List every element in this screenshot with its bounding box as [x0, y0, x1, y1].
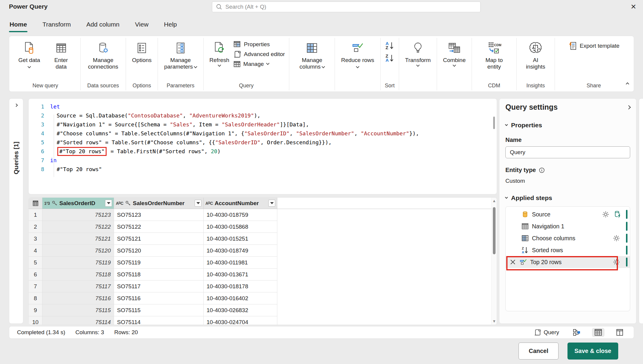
grid-cell[interactable]: 10-4030-015868 [204, 221, 277, 233]
row-number[interactable]: 7 [29, 281, 42, 292]
properties-button[interactable]: Properties [233, 41, 285, 48]
grid-cell[interactable]: 10-4030-024704 [204, 316, 277, 325]
manage-parameters-button[interactable]: Manage parameters [162, 38, 199, 70]
reduce-rows-button[interactable]: Reduce rows [339, 38, 376, 70]
grid-cell[interactable]: 75122 [42, 221, 114, 233]
ai-insights-button[interactable]: AI insights [521, 38, 550, 70]
applied-step-navigation-1[interactable]: Navigation 1 [506, 220, 630, 232]
applied-step-choose-columns[interactable]: Choose columns [506, 232, 630, 244]
grid-cell[interactable]: 10-4030-016402 [204, 292, 277, 304]
close-icon[interactable]: × [628, 1, 639, 12]
row-number[interactable]: 6 [29, 269, 42, 281]
options-button[interactable]: Options [130, 38, 153, 63]
grid-cell[interactable]: 75119 [42, 257, 114, 269]
row-number[interactable]: 5 [29, 257, 42, 269]
step-settings-gear-icon[interactable] [613, 258, 620, 266]
code-line[interactable]: 2 Source = Sql.Database("ContosoDatabase… [29, 111, 497, 120]
grid-cell[interactable]: 75116 [42, 292, 114, 304]
filter-dropdown-icon[interactable] [105, 200, 112, 207]
tab-add-column[interactable]: Add column [86, 19, 120, 30]
grid-cell[interactable]: SO75120 [114, 245, 204, 257]
grid-cell[interactable]: 75118 [42, 269, 114, 281]
grid-cell[interactable]: 75121 [42, 233, 114, 245]
search-box[interactable] [212, 1, 481, 12]
cancel-button[interactable]: Cancel [519, 343, 559, 360]
grid-cell[interactable]: 10-4030-026832 [204, 304, 277, 316]
grid-cell[interactable]: 75117 [42, 281, 114, 292]
data-view-button[interactable] [592, 328, 604, 337]
info-icon[interactable] [539, 167, 545, 173]
query-view-button[interactable]: Query [532, 328, 562, 337]
grid-cell[interactable]: 75115 [42, 304, 114, 316]
filter-dropdown-icon[interactable] [268, 200, 275, 207]
get-data-button[interactable]: Get data [15, 38, 44, 70]
row-number[interactable]: 4 [29, 245, 42, 257]
applied-step-top-20-rows[interactable]: Top 20 rows [506, 256, 630, 268]
query-name-input[interactable] [505, 146, 630, 158]
row-number[interactable]: 3 [29, 233, 42, 245]
native-query-icon[interactable] [614, 210, 621, 218]
grid-cell[interactable]: 10-4030-015251 [204, 233, 277, 245]
row-number[interactable]: 10 [29, 316, 42, 325]
column-header-SalesOrderID[interactable]: 1²3SalesOrderID [42, 198, 114, 209]
manage-columns-button[interactable]: Manage columns [293, 38, 330, 70]
grid-scrollbar[interactable]: ▲ ▼ [491, 198, 497, 325]
sort-ascending-button[interactable]: AZ [386, 41, 394, 50]
advanced-editor-button[interactable]: Advanced editor [233, 50, 285, 58]
applied-step-sorted-rows[interactable]: ZASorted rows [506, 244, 630, 256]
properties-section-header[interactable]: Properties [505, 122, 630, 129]
diagram-view-button[interactable] [570, 328, 583, 337]
grid-cell[interactable]: 10-4030-018749 [204, 245, 277, 257]
grid-cell[interactable]: 10-4030-018178 [204, 281, 277, 292]
grid-cell[interactable]: 10-4030-018759 [204, 209, 277, 221]
grid-cell[interactable]: 10-4030-013671 [204, 269, 277, 281]
expand-queries-icon[interactable] [14, 103, 18, 107]
applied-step-source[interactable]: Source [506, 208, 630, 220]
delete-step-icon[interactable] [510, 259, 516, 265]
grid-cell[interactable]: SO75123 [114, 209, 204, 221]
collapsed-panel-strip[interactable] [639, 98, 643, 324]
search-input[interactable] [225, 4, 477, 10]
export-template-button[interactable]: Export template [568, 41, 619, 50]
grid-cell[interactable]: 75123 [42, 209, 114, 221]
code-line[interactable]: 1let [29, 102, 497, 111]
code-line[interactable]: 5 #"Sorted rows" = Table.Sort(#"Choose c… [29, 138, 497, 147]
applied-steps-section-header[interactable]: Applied steps [505, 194, 630, 202]
tab-help[interactable]: Help [163, 19, 177, 30]
tab-transform[interactable]: Transform [42, 19, 71, 30]
grid-cell[interactable]: SO75121 [114, 233, 204, 245]
combine-button[interactable]: Combine [441, 38, 467, 67]
code-line[interactable]: 3 #"Navigation 1" = Source{[Schema = "Sa… [29, 120, 497, 129]
grid-cell[interactable]: 75120 [42, 245, 114, 257]
grid-cell[interactable]: SO75114 [114, 316, 204, 325]
enter-data-button[interactable]: Enter data [46, 38, 76, 70]
queries-pane[interactable]: Queries [1] [9, 98, 23, 324]
manage-query-button[interactable]: Manage [233, 61, 285, 68]
grid-cell[interactable]: 10-4030-011981 [204, 257, 277, 269]
code-line[interactable]: 6 #"Top 20 rows" = Table.FirstN(#"Sorted… [29, 147, 497, 156]
grid-cell[interactable]: 75114 [42, 316, 114, 325]
step-settings-gear-icon[interactable] [613, 235, 620, 242]
row-number[interactable]: 1 [29, 209, 42, 221]
sort-descending-button[interactable]: ZA [386, 54, 394, 62]
row-number[interactable]: 9 [29, 304, 42, 316]
save-and-close-button[interactable]: Save & close [567, 343, 618, 360]
column-header-SalesOrderNumber[interactable]: AᴮCSalesOrderNumber [114, 198, 204, 209]
collapse-settings-icon[interactable] [627, 105, 631, 109]
schema-view-button[interactable] [613, 328, 626, 337]
code-line[interactable]: 4 #"Choose columns" = Table.SelectColumn… [29, 129, 497, 138]
grid-cell[interactable]: SO75115 [114, 304, 204, 316]
manage-connections-button[interactable]: Manage connections [85, 38, 122, 70]
transform-button[interactable]: Transform [403, 38, 433, 67]
row-number[interactable]: 8 [29, 292, 42, 304]
grid-cell[interactable]: SO75119 [114, 257, 204, 269]
refresh-button[interactable]: Refresh [208, 38, 231, 67]
grid-cell[interactable]: SO75118 [114, 269, 204, 281]
select-all-cell[interactable] [29, 198, 42, 209]
code-line[interactable]: 8 #"Top 20 rows" [29, 165, 497, 174]
step-settings-gear-icon[interactable] [602, 211, 609, 218]
scroll-down-icon[interactable]: ▼ [492, 319, 496, 323]
grid-cell[interactable]: SO75122 [114, 221, 204, 233]
row-number[interactable]: 2 [29, 221, 42, 233]
tab-view[interactable]: View [134, 19, 149, 30]
